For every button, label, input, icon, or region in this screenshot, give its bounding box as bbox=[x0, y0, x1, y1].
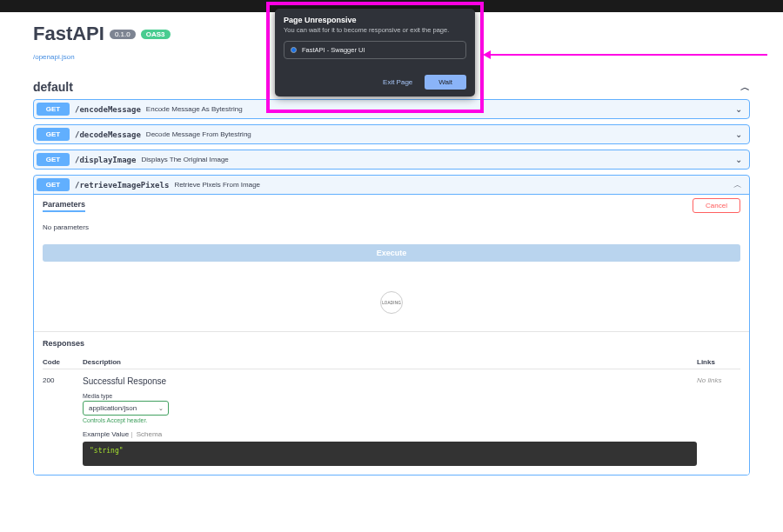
separator: | bbox=[130, 430, 134, 438]
col-code: Code bbox=[43, 358, 83, 366]
chevron-down-icon: ⌄ bbox=[735, 104, 742, 114]
chevron-down-icon: ⌄ bbox=[735, 130, 742, 139]
endpoint-path: /displayImage bbox=[75, 156, 136, 164]
schema-tab[interactable]: Schema bbox=[137, 430, 162, 438]
wait-button[interactable]: Wait bbox=[425, 75, 466, 90]
responses-heading: Responses bbox=[34, 331, 749, 353]
method-badge: GET bbox=[37, 103, 70, 116]
method-badge: GET bbox=[37, 153, 70, 166]
spec-link[interactable]: /openapi.json bbox=[33, 53, 75, 61]
section-name: default bbox=[33, 80, 73, 94]
chevron-down-icon: ⌄ bbox=[735, 155, 742, 164]
endpoint-row[interactable]: GET /displayImage Displays The Original … bbox=[33, 150, 750, 170]
exit-page-button[interactable]: Exit Page bbox=[379, 75, 416, 90]
endpoint-desc: Decode Message From Bytestring bbox=[146, 130, 251, 138]
method-badge: GET bbox=[37, 128, 70, 141]
media-type-label: Media type bbox=[83, 393, 697, 399]
endpoint-desc: Displays The Original Image bbox=[141, 156, 228, 163]
oas-badge: OAS3 bbox=[141, 30, 171, 39]
chevron-up-icon: ︿ bbox=[733, 179, 742, 191]
page-unresponsive-dialog: Page Unresponsive You can wait for it to… bbox=[275, 9, 475, 96]
api-title: FastAPI bbox=[33, 23, 104, 45]
chevron-up-icon: ︿ bbox=[740, 81, 750, 94]
method-badge: GET bbox=[37, 178, 70, 191]
annotation-arrow-icon bbox=[489, 54, 767, 56]
loading-spinner: LOADING bbox=[34, 270, 749, 331]
cancel-button[interactable]: Cancel bbox=[693, 198, 740, 213]
dialog-page-item[interactable]: FastAPI - Swagger UI bbox=[284, 41, 466, 59]
endpoint-path: /decodeMessage bbox=[75, 130, 141, 139]
parameters-tab[interactable]: Parameters bbox=[43, 200, 85, 212]
radio-icon bbox=[291, 47, 297, 53]
accept-header-hint: Controls Accept header. bbox=[83, 417, 697, 423]
no-parameters-text: No parameters bbox=[34, 216, 749, 238]
endpoint-desc: Retrieve Pixels From Image bbox=[174, 181, 260, 189]
dialog-message: You can wait for it to become responsive… bbox=[284, 26, 466, 34]
endpoint-summary[interactable]: GET /retrieveImagePixels Retrieve Pixels… bbox=[34, 176, 749, 195]
dialog-item-label: FastAPI - Swagger UI bbox=[302, 46, 365, 54]
col-links: Links bbox=[697, 358, 740, 366]
response-desc: Successful Response bbox=[83, 376, 697, 386]
endpoint-path: /retrieveImagePixels bbox=[75, 181, 169, 190]
endpoint-desc: Encode Message As Bytestring bbox=[146, 105, 243, 113]
example-body: "string" bbox=[83, 442, 697, 466]
endpoint-row[interactable]: GET /decodeMessage Decode Message From B… bbox=[33, 124, 750, 144]
dialog-title: Page Unresponsive bbox=[284, 16, 466, 24]
endpoint-row-expanded: GET /retrieveImagePixels Retrieve Pixels… bbox=[33, 175, 750, 475]
col-desc: Description bbox=[83, 358, 697, 366]
response-links: No links bbox=[697, 376, 740, 466]
media-type-select[interactable]: application/json bbox=[83, 401, 169, 416]
response-code: 200 bbox=[43, 376, 83, 466]
example-value-tab[interactable]: Example Value bbox=[83, 430, 129, 438]
version-badge: 0.1.0 bbox=[110, 30, 136, 39]
spinner-icon: LOADING bbox=[380, 291, 403, 314]
endpoint-path: /encodeMessage bbox=[75, 105, 141, 114]
execute-button[interactable]: Execute bbox=[43, 244, 740, 262]
